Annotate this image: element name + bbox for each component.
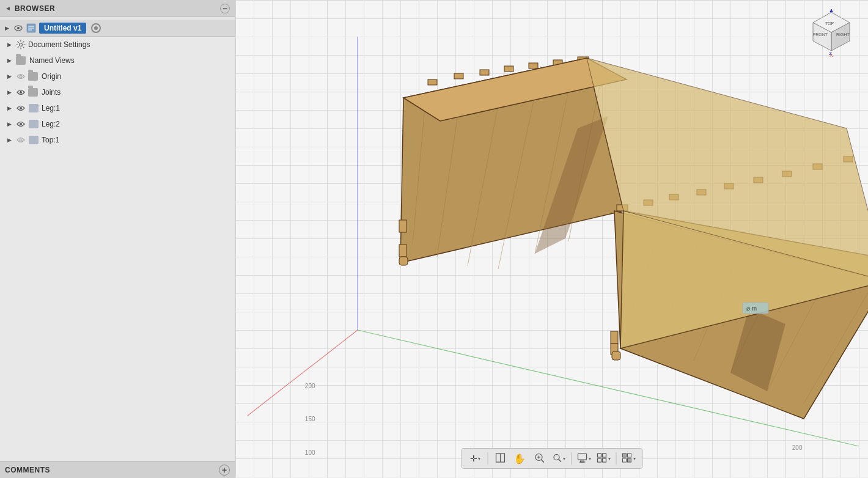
leg2-eye-icon[interactable]	[16, 119, 26, 129]
svg-rect-30	[454, 73, 463, 79]
section-icon	[495, 452, 506, 465]
named-views-arrow[interactable]	[5, 56, 13, 65]
leg1-arrow[interactable]	[5, 104, 13, 112]
tree-item-document-settings[interactable]: Document Settings	[0, 37, 235, 53]
tree-item-named-views[interactable]: Named Views	[0, 53, 235, 68]
named-views-label: Named Views	[29, 56, 75, 65]
scale-200-left: 200	[305, 383, 315, 389]
svg-point-1	[17, 27, 20, 29]
root-eye-icon[interactable]	[13, 23, 23, 33]
bottom-toolbar: ✛ ▾ ✋	[461, 448, 642, 469]
leg1-label: Leg:1	[42, 104, 60, 112]
leg2-label: Leg:2	[42, 120, 60, 128]
tree-item-joints[interactable]: Joints	[0, 84, 235, 100]
grid-snap-icon	[597, 452, 608, 465]
svg-rect-87	[623, 458, 627, 462]
root-label: Untitled v1	[39, 23, 86, 34]
doc-settings-arrow[interactable]	[5, 40, 13, 49]
browser-collapse-arrow[interactable]: ◄	[5, 5, 11, 12]
display-settings-icon	[577, 452, 588, 465]
svg-point-9	[20, 107, 22, 109]
tree-root-item[interactable]: Untitled v1	[0, 20, 235, 37]
zoom-fit-button[interactable]	[531, 451, 548, 466]
svg-rect-81	[598, 454, 601, 457]
svg-point-7	[20, 75, 22, 78]
svg-rect-27	[529, 63, 538, 68]
display-settings-button[interactable]: ▾	[575, 451, 592, 466]
browser-header-left: ◄ BROWSER	[5, 4, 55, 13]
top1-arrow[interactable]	[5, 136, 13, 144]
move-dropdown-arrow[interactable]: ▾	[478, 456, 480, 461]
joints-label: Joints	[42, 88, 61, 97]
top1-eye-icon[interactable]	[16, 135, 26, 145]
svg-text:FRONT: FRONT	[813, 32, 828, 37]
record-icon[interactable]	[91, 23, 101, 33]
settings-icon	[16, 40, 26, 50]
tree-item-origin[interactable]: Origin	[0, 68, 235, 84]
comments-add-button[interactable]: +	[219, 465, 230, 476]
joints-arrow[interactable]	[5, 88, 13, 97]
display-settings-dropdown-arrow[interactable]: ▾	[589, 456, 591, 461]
section-analysis-button[interactable]	[491, 451, 509, 466]
svg-rect-31	[428, 79, 437, 85]
svg-rect-32	[399, 220, 406, 232]
leg1-body-icon	[28, 103, 39, 114]
tree-item-leg1[interactable]: Leg:1	[0, 100, 235, 116]
origin-eye-icon[interactable]	[16, 72, 26, 81]
browser-header: ◄ BROWSER −	[0, 0, 235, 17]
zoom-fit-icon	[534, 452, 545, 465]
zoom-dropdown-arrow[interactable]: ▾	[563, 456, 565, 461]
svg-point-11	[20, 139, 22, 141]
display-mode-button[interactable]: ▾	[620, 451, 637, 466]
leg2-arrow[interactable]	[5, 120, 13, 128]
display-mode-dropdown-arrow[interactable]: ▾	[633, 456, 636, 461]
svg-line-77	[559, 460, 561, 461]
browser-minimize-button[interactable]: −	[220, 4, 230, 13]
svg-rect-85	[623, 454, 627, 457]
zoom-button[interactable]: ▾	[550, 451, 567, 466]
svg-point-6	[20, 43, 23, 46]
named-views-folder-icon	[16, 55, 27, 66]
display-mode-icon	[622, 452, 633, 465]
origin-label: Origin	[42, 72, 61, 81]
comments-title: COMMENTS	[5, 466, 50, 474]
svg-line-73	[542, 460, 544, 462]
viewport[interactable]: ⌀ m X TOP RIGHT FRONT	[235, 0, 868, 478]
svg-rect-53	[611, 331, 618, 344]
origin-arrow[interactable]	[5, 72, 13, 81]
root-expand-arrow[interactable]	[2, 24, 11, 32]
svg-rect-55	[612, 351, 620, 360]
viewport-svg: ⌀ m	[235, 0, 868, 478]
move-tool-button[interactable]: ✛ ▾	[466, 451, 484, 466]
tree-item-top1[interactable]: Top:1	[0, 132, 235, 148]
joints-eye-icon[interactable]	[16, 87, 26, 97]
sidebar: ◄ BROWSER −	[0, 0, 235, 478]
svg-rect-83	[598, 458, 601, 462]
doc-settings-label: Document Settings	[28, 40, 90, 49]
svg-rect-84	[603, 458, 606, 462]
svg-marker-64	[829, 9, 833, 12]
main-layout: ◄ BROWSER −	[0, 0, 868, 478]
comments-bar: COMMENTS +	[0, 461, 235, 478]
viewcube[interactable]: X TOP RIGHT FRONT Z	[807, 9, 856, 58]
svg-point-76	[554, 454, 559, 460]
zoom-icon	[553, 453, 562, 465]
leg2-body-icon	[28, 119, 39, 130]
top1-label: Top:1	[42, 136, 59, 144]
pan-button[interactable]: ✋	[511, 451, 528, 466]
scale-150-left: 150	[305, 416, 315, 422]
svg-text:⌀ m: ⌀ m	[746, 305, 757, 312]
svg-rect-34	[399, 257, 408, 265]
svg-point-8	[20, 91, 22, 94]
svg-rect-78	[578, 454, 587, 460]
tree-item-leg2[interactable]: Leg:2	[0, 116, 235, 132]
svg-rect-82	[603, 454, 606, 457]
move-icon: ✛	[470, 454, 477, 463]
svg-point-10	[20, 123, 22, 125]
top1-body-icon	[28, 134, 39, 145]
root-doc-icon	[26, 23, 37, 34]
svg-rect-28	[504, 66, 513, 72]
leg1-eye-icon[interactable]	[16, 103, 26, 113]
grid-snap-dropdown-arrow[interactable]: ▾	[608, 456, 611, 461]
grid-snap-button[interactable]: ▾	[595, 451, 612, 466]
